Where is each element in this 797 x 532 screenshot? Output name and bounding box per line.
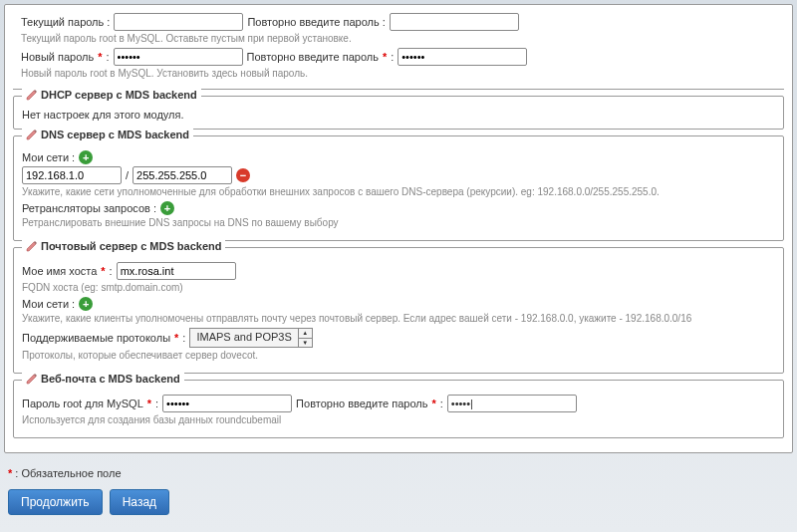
main-panel: Текущий пароль : Повторно введите пароль… (4, 4, 793, 453)
dns-networks-label: Мои сети : (22, 151, 75, 163)
mail-protocols-select[interactable]: IMAPS and POP3S ▲ ▼ (189, 328, 312, 348)
add-icon[interactable]: + (79, 297, 93, 311)
remove-icon[interactable]: − (236, 168, 250, 182)
mail-networks-label: Мои сети : (22, 298, 75, 310)
mail-host-hint: FQDN хоста (eg: smtp.domain.com) (22, 282, 775, 293)
colon: : (107, 51, 110, 63)
required-star: * (8, 467, 12, 479)
footer: * : Обязательное поле Продолжить Назад (4, 453, 793, 515)
dns-network-mask-input[interactable] (133, 166, 232, 184)
webmail-repeat-input[interactable]: •••••| (447, 395, 577, 412)
slash-separator: / (126, 169, 129, 181)
continue-button[interactable]: Продолжить (8, 489, 103, 515)
dhcp-title: DHCP сервер с MDS backend (41, 89, 197, 101)
webmail-title: Веб-почта с MDS backend (41, 373, 180, 385)
dns-relays-hint: Ретранслировать внешние DNS запросы на D… (22, 217, 775, 228)
new-password-label: Новый пароль (21, 51, 94, 63)
webmail-section: Веб-почта с MDS backend Пароль root для … (13, 380, 784, 438)
dhcp-legend: DHCP сервер с MDS backend (22, 89, 201, 101)
webmail-repeat-value: ••••• (451, 398, 470, 409)
repeat-new-password-label: Повторно введите пароль (247, 51, 379, 63)
mail-legend: Почтовый сервер с MDS backend (22, 240, 225, 252)
dns-title: DNS сервер с MDS backend (41, 129, 189, 140)
mail-host-input[interactable] (117, 262, 236, 280)
dns-network-ip-input[interactable] (22, 166, 122, 184)
required-footnote: * : Обязательное поле (8, 467, 789, 479)
required-star: * (98, 51, 102, 63)
chevron-down-icon[interactable]: ▼ (299, 339, 312, 348)
dns-section: DNS сервер с MDS backend Мои сети : + / … (13, 135, 784, 241)
required-star: * (431, 398, 435, 409)
dns-networks-hint: Укажите, какие сети уполномоченные для о… (22, 186, 775, 197)
edit-icon (26, 89, 38, 101)
mail-host-label: Мое имя хоста (22, 265, 97, 277)
mail-protocols-hint: Протоколы, которые обеспечивает сервер d… (22, 350, 775, 361)
dhcp-empty-text: Нет настроек для этого модуля. (22, 103, 775, 121)
back-button[interactable]: Назад (110, 489, 169, 515)
colon: : (391, 51, 394, 63)
dhcp-section: DHCP сервер с MDS backend Нет настроек д… (13, 96, 784, 130)
edit-icon (26, 129, 38, 140)
required-star: * (101, 265, 105, 277)
mail-section: Почтовый сервер с MDS backend Мое имя хо… (13, 247, 784, 374)
required-star: * (147, 398, 151, 409)
add-icon[interactable]: + (79, 150, 93, 164)
dns-relays-label: Ретрансляторы запросов : (22, 202, 156, 214)
add-icon[interactable]: + (160, 201, 174, 215)
mail-title: Почтовый сервер с MDS backend (41, 240, 221, 252)
webmail-password-input[interactable] (162, 395, 292, 412)
current-password-label: Текущий пароль : (21, 16, 110, 28)
required-star: * (174, 332, 178, 344)
required-note-text: : Обязательное поле (15, 467, 121, 479)
mysql-password-section: Текущий пароль : Повторно введите пароль… (13, 13, 784, 90)
webmail-repeat-label: Повторно введите пароль (296, 398, 427, 409)
text-cursor: | (470, 398, 473, 409)
repeat-password-label: Повторно введите пароль : (247, 16, 385, 28)
colon: : (440, 398, 443, 409)
edit-icon (26, 373, 38, 385)
mail-protocols-value: IMAPS and POP3S (190, 329, 297, 347)
stepper-buttons: ▲ ▼ (298, 329, 312, 347)
colon: : (110, 265, 113, 277)
new-password-input[interactable] (114, 48, 243, 66)
new-password-hint: Новый пароль root в MySQL. Установить зд… (21, 68, 776, 79)
mail-protocols-label: Поддерживаемые протоколы (22, 332, 170, 344)
webmail-password-label: Пароль root для MySQL (22, 398, 143, 409)
dns-legend: DNS сервер с MDS backend (22, 129, 193, 140)
webmail-legend: Веб-почта с MDS backend (22, 373, 184, 385)
webmail-hint: Используется для создания базы данных ro… (22, 414, 775, 425)
current-password-input[interactable] (114, 13, 243, 31)
mail-networks-hint: Укажите, какие клиенты уполномочены отпр… (22, 313, 775, 324)
colon: : (155, 398, 158, 409)
chevron-up-icon[interactable]: ▲ (299, 329, 312, 339)
repeat-new-password-input[interactable] (398, 48, 527, 66)
colon: : (182, 332, 185, 344)
repeat-password-input[interactable] (390, 13, 519, 31)
required-star: * (383, 51, 387, 63)
edit-icon (26, 240, 38, 252)
current-password-hint: Текущий пароль root в MySQL. Оставьте пу… (21, 33, 776, 44)
